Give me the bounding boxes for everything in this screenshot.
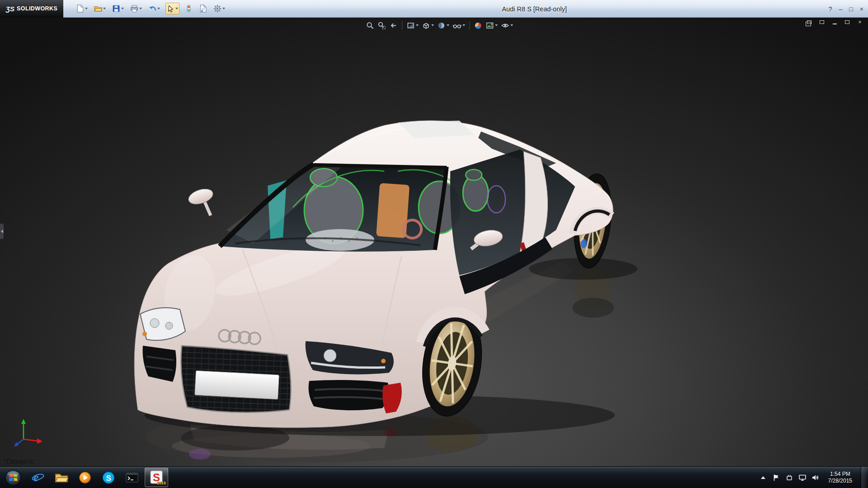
taskbar-internet-explorer[interactable]: e xyxy=(26,467,50,488)
taskbar-command-prompt[interactable] xyxy=(120,467,144,488)
dropdown-caret[interactable] xyxy=(222,8,225,9)
taskbar-windows-explorer[interactable] xyxy=(50,467,73,488)
right-intake xyxy=(308,380,388,410)
titlebar-window-controls: ? – □ × xyxy=(829,0,863,18)
show-hidden-icons-button[interactable] xyxy=(759,473,767,482)
taskbar-media-player[interactable] xyxy=(73,467,97,488)
close-button[interactable]: × xyxy=(860,5,863,13)
solidworks-version-badge: 2015 xyxy=(157,481,166,485)
folder-icon xyxy=(55,471,68,484)
minimize-button[interactable]: – xyxy=(839,5,843,13)
license-plate-blank xyxy=(195,371,279,399)
tile-window-button[interactable] xyxy=(818,19,826,25)
start-button[interactable] xyxy=(0,467,26,488)
document-window-controls: × xyxy=(806,19,863,25)
dropdown-caret[interactable] xyxy=(495,24,498,26)
dropdown-caret[interactable] xyxy=(157,8,160,9)
dropdown-caret[interactable] xyxy=(85,8,88,9)
graphics-viewport[interactable]: × *Dimetric xyxy=(0,18,868,466)
previous-view-button[interactable] xyxy=(389,21,398,30)
apply-scene-icon xyxy=(486,21,494,30)
taskbar: e S xyxy=(0,466,868,488)
edit-appearance-button[interactable] xyxy=(473,21,483,30)
edit-appearance-ball-icon xyxy=(474,21,482,30)
brand-text: SOLIDWORKS xyxy=(17,5,57,12)
usb-device-icon xyxy=(786,474,793,481)
speaker-icon xyxy=(811,474,819,481)
help-button[interactable]: ? xyxy=(829,5,832,13)
svg-text:e: e xyxy=(33,471,39,484)
options-button[interactable] xyxy=(212,3,226,14)
skype-icon: S xyxy=(102,471,115,484)
system-tray: 1:54 PM 7/28/2015 xyxy=(759,467,868,488)
window-title: Audi R8 S [Read-only] xyxy=(502,0,566,18)
heads-up-view-toolbar xyxy=(365,19,514,32)
taskbar-skype[interactable]: S xyxy=(97,467,120,488)
dropdown-caret[interactable] xyxy=(447,24,449,26)
taskbar-solidworks[interactable]: S 2015 xyxy=(145,468,168,487)
open-folder-icon xyxy=(94,5,102,13)
new-document-button[interactable] xyxy=(75,3,89,14)
dropdown-caret[interactable] xyxy=(139,8,142,9)
model-audi-r8-render[interactable] xyxy=(0,18,868,466)
restore-button[interactable]: □ xyxy=(849,5,853,13)
close-document-button[interactable]: × xyxy=(856,19,863,25)
rebuild-traffic-light-icon xyxy=(185,5,193,13)
print-button[interactable] xyxy=(129,3,143,14)
view-orientation-button[interactable] xyxy=(421,21,434,30)
dassault-logo-icon: ƷS xyxy=(6,5,14,13)
titlebar: ƷS SOLIDWORKS xyxy=(0,0,868,18)
dropdown-caret[interactable] xyxy=(510,24,513,26)
select-button[interactable] xyxy=(165,3,179,14)
hide-show-items-button[interactable] xyxy=(452,21,466,30)
reference-triad xyxy=(12,417,48,448)
zoom-to-fit-icon xyxy=(366,21,374,30)
solidworks-window: ƷS SOLIDWORKS xyxy=(0,0,868,488)
zoom-to-area-icon xyxy=(377,21,386,30)
action-center-button[interactable] xyxy=(772,473,780,482)
undo-button[interactable] xyxy=(147,3,161,14)
display-style-button[interactable] xyxy=(437,21,450,30)
new-document-icon xyxy=(76,5,84,13)
section-view-icon xyxy=(406,21,415,30)
feature-tree-collapse-handle[interactable] xyxy=(0,224,4,239)
volume-tray-button[interactable] xyxy=(811,473,820,482)
window-menu-button[interactable] xyxy=(806,19,813,25)
display-tray-button[interactable] xyxy=(798,473,807,482)
toolbar-separator xyxy=(402,21,402,29)
view-orientation-label: *Dimetric xyxy=(4,458,34,466)
view-settings-eye-icon xyxy=(501,21,509,30)
media-player-icon xyxy=(78,471,92,484)
solidworks-logo: ƷS SOLIDWORKS xyxy=(0,0,63,18)
file-properties-button[interactable] xyxy=(198,3,208,14)
main-toolbar xyxy=(75,3,226,14)
dropdown-caret[interactable] xyxy=(462,24,465,26)
zoom-to-area-button[interactable] xyxy=(377,21,387,30)
device-tray-button[interactable] xyxy=(785,473,793,482)
dropdown-caret[interactable] xyxy=(431,24,434,26)
taskbar-clock[interactable]: 1:54 PM 7/28/2015 xyxy=(825,471,856,484)
dropdown-caret[interactable] xyxy=(121,8,124,9)
clock-date: 7/28/2015 xyxy=(828,478,852,484)
dropdown-caret[interactable] xyxy=(416,24,419,26)
select-cursor-icon xyxy=(167,5,175,13)
rebuild-button[interactable] xyxy=(184,3,193,14)
print-icon xyxy=(130,5,138,13)
hide-show-glasses-icon xyxy=(453,21,462,30)
view-settings-button[interactable] xyxy=(500,21,514,30)
section-view-button[interactable] xyxy=(406,21,419,30)
save-button[interactable] xyxy=(111,3,125,14)
apply-scene-button[interactable] xyxy=(485,21,498,30)
chevron-up-icon xyxy=(760,475,766,480)
open-button[interactable] xyxy=(93,3,107,14)
minimize-document-button[interactable] xyxy=(831,19,838,25)
dropdown-caret[interactable] xyxy=(175,8,178,9)
windshield-and-interior xyxy=(220,164,460,252)
restore-document-button[interactable] xyxy=(844,19,851,25)
flag-icon xyxy=(773,474,780,482)
windows-start-orb-icon xyxy=(5,469,22,486)
show-desktop-button[interactable] xyxy=(861,467,867,488)
dropdown-caret[interactable] xyxy=(103,8,106,9)
display-icon xyxy=(798,474,807,481)
zoom-to-fit-button[interactable] xyxy=(365,21,375,30)
